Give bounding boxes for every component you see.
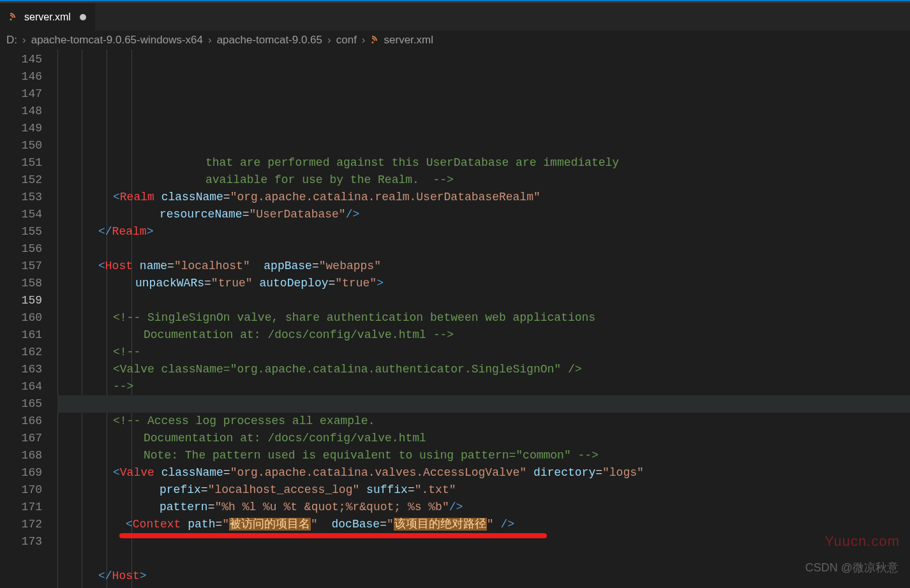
line-number: 156 [0,240,42,258]
line-number: 160 [0,309,42,327]
code-line[interactable]: </Realm> [57,223,910,240]
line-number: 155 [0,223,42,240]
code-line[interactable] [57,240,910,258]
code-line[interactable]: available for use by the Realm. --> [57,172,910,189]
code-line[interactable]: <Valve className="org.apache.catalina.va… [57,464,910,481]
line-number: 171 [0,499,42,516]
line-number: 172 [0,516,42,533]
code-line[interactable] [57,395,910,413]
chevron-right-icon: › [208,34,212,47]
watermark-author: CSDN @微凉秋意 [805,560,899,575]
breadcrumb-segment[interactable]: apache-tomcat-9.0.65-windows-x64 [31,34,203,47]
code-line[interactable]: <!-- Access log processes all example. [57,413,910,430]
code-line[interactable]: <!-- SingleSignOn valve, share authentic… [57,309,910,327]
line-number: 146 [0,68,42,85]
line-number: 145 [0,51,42,68]
line-number: 147 [0,85,42,103]
line-number: 157 [0,258,42,275]
line-number: 161 [0,327,42,344]
xml-file-icon [371,35,381,45]
watermark-site: Yuucn.com [824,533,900,550]
breadcrumb-segment[interactable]: D: [6,34,17,47]
code-line[interactable]: </Host> [57,568,910,585]
code-line[interactable]: prefix="localhost_access_log" suffix=".t… [57,481,910,499]
line-number: 168 [0,447,42,464]
line-number: 153 [0,189,42,206]
line-number: 164 [0,378,42,395]
line-number: 152 [0,172,42,189]
line-number: 159 [0,292,42,309]
breadcrumb-segment[interactable]: conf [336,34,357,47]
line-number: 162 [0,344,42,361]
line-number: 170 [0,481,42,499]
code-line[interactable] [57,550,910,568]
unsaved-indicator-icon [80,14,86,20]
line-number: 166 [0,413,42,430]
code-line[interactable]: unpackWARs="true" autoDeploy="true"> [57,275,910,292]
tab-server-xml[interactable]: server.xml [0,3,96,31]
code-line[interactable]: <!-- [57,344,910,361]
code-line[interactable]: <Valve className="org.apache.catalina.au… [57,361,910,378]
code-content[interactable]: that are performed against this UserData… [57,50,910,588]
code-line[interactable]: resourceName="UserDatabase"/> [57,206,910,223]
line-number: 150 [0,137,42,154]
line-number: 167 [0,430,42,447]
code-line[interactable] [57,292,910,309]
code-line[interactable]: Documentation at: /docs/config/valve.htm… [57,430,910,447]
xml-file-icon [9,12,19,22]
breadcrumb-file-label: server.xml [384,34,433,47]
code-editor[interactable]: 1451461471481491501511521531541551561571… [0,50,910,588]
tab-bar: server.xml [0,3,910,31]
code-line[interactable]: <Host name="localhost" appBase="webapps" [57,258,910,275]
annotation-underline [119,533,547,538]
line-number: 173 [0,533,42,550]
line-number: 148 [0,103,42,120]
line-number: 165 [0,395,42,413]
code-line[interactable]: Note: The pattern used is equivalent to … [57,447,910,464]
code-line[interactable] [57,533,910,550]
code-line[interactable]: Documentation at: /docs/config/valve.htm… [57,327,910,344]
breadcrumb-file[interactable]: server.xml [371,34,433,47]
chevron-right-icon: › [22,34,26,47]
chevron-right-icon: › [362,34,366,47]
chevron-right-icon: › [327,34,331,47]
breadcrumb[interactable]: D: › apache-tomcat-9.0.65-windows-x64 › … [0,31,910,50]
code-line[interactable]: <Realm className="org.apache.catalina.re… [57,189,910,206]
line-number: 163 [0,361,42,378]
code-line[interactable]: pattern="%h %l %u %t &quot;%r&quot; %s %… [57,499,910,516]
line-number: 158 [0,275,42,292]
code-line[interactable]: that are performed against this UserData… [57,154,910,172]
code-line[interactable]: <Context path="被访问的项目名" docBase="该项目的绝对路… [57,516,910,533]
tab-title: server.xml [24,11,71,23]
line-number-gutter: 1451461471481491501511521531541551561571… [0,50,57,588]
line-number: 154 [0,206,42,223]
line-number: 169 [0,464,42,481]
breadcrumb-segment[interactable]: apache-tomcat-9.0.65 [217,34,322,47]
line-number: 151 [0,154,42,172]
code-line[interactable]: --> [57,378,910,395]
code-line[interactable]: </Engine> [57,585,910,588]
line-number: 149 [0,120,42,137]
